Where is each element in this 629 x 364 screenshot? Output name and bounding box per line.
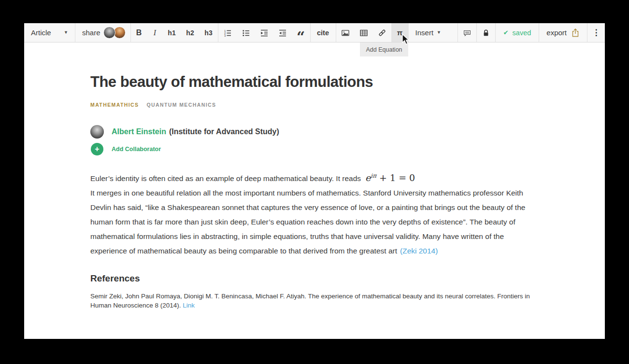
table-icon bbox=[359, 28, 368, 37]
outdent-button[interactable] bbox=[273, 23, 292, 42]
italic-button[interactable]: I bbox=[147, 23, 163, 42]
chain-link-icon bbox=[378, 28, 386, 37]
screen-background: Article ▼ share B I h1 h2 h3 1 2 bbox=[0, 0, 629, 364]
tag-mathemathics[interactable]: MATHEMATHICS bbox=[90, 102, 139, 108]
export-button[interactable]: export bbox=[539, 23, 587, 42]
insert-image-button[interactable] bbox=[336, 23, 355, 42]
toolbar-right-group: ✔ saved export ⋮ bbox=[457, 23, 605, 42]
insert-dropdown[interactable]: Insert ▼ bbox=[409, 23, 448, 42]
heading2-button[interactable]: h2 bbox=[181, 23, 200, 42]
check-icon: ✔ bbox=[503, 29, 509, 36]
equation-exponent: iπ bbox=[371, 172, 376, 179]
chevron-down-icon: ▼ bbox=[64, 30, 68, 35]
tag-quantum-mechanics[interactable]: QUANTUM MECHANICS bbox=[146, 102, 216, 108]
article-type-label: Article bbox=[31, 28, 51, 37]
author-name-link[interactable]: Albert Einstein bbox=[112, 127, 166, 136]
insert-label: Insert bbox=[415, 28, 434, 37]
document-content: The beauty of mathematical formulations … bbox=[24, 73, 605, 310]
indent-button[interactable] bbox=[255, 23, 273, 42]
comments-button[interactable] bbox=[458, 23, 476, 42]
paragraph-text: It merges in one beautiful relation all … bbox=[90, 189, 525, 255]
collaborator-avatars bbox=[103, 27, 126, 39]
reference-text: Semir Zeki, John Paul Romaya, Dionigi M.… bbox=[90, 293, 530, 309]
ordered-list-button[interactable]: 1 2 3 bbox=[218, 23, 237, 42]
reference-link[interactable]: Link bbox=[183, 302, 195, 309]
insert-link-button[interactable] bbox=[373, 23, 391, 42]
svg-text:3: 3 bbox=[224, 34, 226, 37]
ordered-list-icon: 1 2 3 bbox=[223, 28, 232, 37]
indent-icon bbox=[260, 28, 269, 37]
author-avatar-mini[interactable] bbox=[103, 27, 115, 39]
share-label: share bbox=[82, 28, 100, 37]
share-box-arrow-icon bbox=[571, 28, 580, 38]
article-type-dropdown[interactable]: Article ▼ bbox=[24, 23, 75, 42]
tooltip-label: Add Equation bbox=[366, 46, 402, 53]
save-status: ✔ saved bbox=[496, 23, 539, 42]
export-label: export bbox=[546, 28, 567, 37]
outdent-icon bbox=[278, 28, 287, 37]
plus-icon: + bbox=[91, 143, 103, 155]
inline-equation[interactable]: eiπ + 1 = 0 bbox=[365, 172, 415, 183]
heading3-button[interactable]: h3 bbox=[200, 23, 218, 42]
author-avatar[interactable] bbox=[90, 125, 104, 139]
blockquote-icon: “ bbox=[297, 35, 305, 39]
author-row: Albert Einstein (Institute for Advanced … bbox=[90, 125, 540, 139]
add-collaborator-label: Add Collaborator bbox=[112, 146, 161, 153]
share-button[interactable]: share bbox=[75, 23, 130, 42]
equation-rest: + 1 = 0 bbox=[376, 172, 415, 183]
cite-button[interactable]: cite bbox=[311, 23, 336, 42]
saved-label: saved bbox=[513, 29, 531, 37]
bullet-list-icon bbox=[242, 28, 250, 37]
citation-link[interactable]: (Zeki 2014) bbox=[400, 247, 438, 255]
insert-table-button[interactable] bbox=[355, 23, 373, 42]
image-icon bbox=[341, 28, 350, 37]
reference-entry[interactable]: Semir Zeki, John Paul Romaya, Dionigi M.… bbox=[90, 292, 540, 310]
plus-glyph: + bbox=[95, 145, 99, 153]
tag-list: MATHEMATHICS QUANTUM MECHANICS bbox=[90, 102, 540, 108]
more-options-button[interactable]: ⋮ bbox=[587, 23, 605, 42]
heading1-button[interactable]: h1 bbox=[163, 23, 181, 42]
bullet-list-button[interactable] bbox=[237, 23, 255, 42]
mouse-pointer-icon bbox=[401, 34, 412, 45]
lead-text: Euler’s identity is often cited as an ex… bbox=[90, 174, 361, 182]
article-paragraph[interactable]: Euler’s identity is often cited as an ex… bbox=[90, 168, 540, 258]
editor-window: Article ▼ share B I h1 h2 h3 1 2 bbox=[24, 23, 605, 339]
chevron-down-icon: ▼ bbox=[437, 30, 441, 35]
padlock-icon bbox=[482, 28, 490, 37]
article-title[interactable]: The beauty of mathematical formulations bbox=[90, 73, 540, 91]
privacy-lock-button[interactable] bbox=[477, 23, 495, 42]
equation-base: e bbox=[365, 172, 371, 183]
paragraph-lead-line: Euler’s identity is often cited as an ex… bbox=[90, 168, 540, 186]
speech-bubble-icon bbox=[463, 28, 472, 37]
blockquote-button[interactable]: “ bbox=[292, 23, 310, 42]
bold-button[interactable]: B bbox=[131, 23, 147, 42]
add-equation-tooltip: Add Equation bbox=[360, 42, 408, 56]
add-collaborator-button[interactable]: + Add Collaborator bbox=[90, 143, 540, 155]
toolbar: Article ▼ share B I h1 h2 h3 1 2 bbox=[24, 23, 605, 42]
references-heading: References bbox=[90, 273, 540, 284]
kebab-icon: ⋮ bbox=[592, 28, 600, 38]
author-affiliation: (Institute for Advanced Study) bbox=[169, 127, 279, 136]
